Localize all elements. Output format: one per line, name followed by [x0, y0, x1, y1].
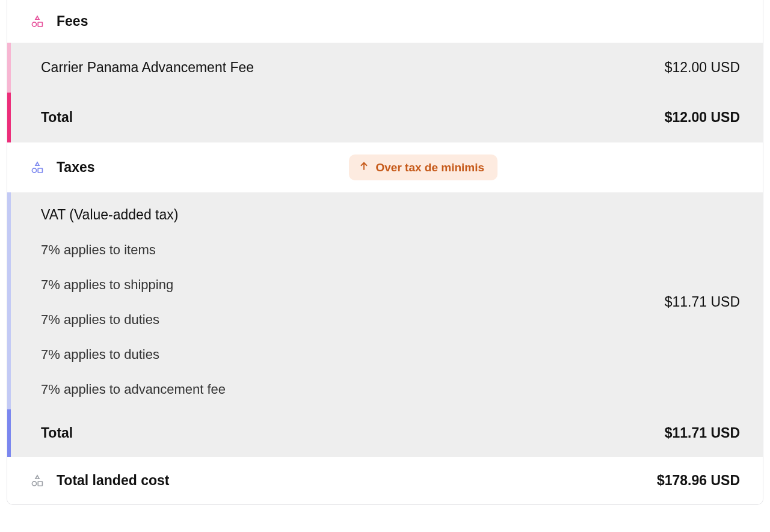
- vat-title: VAT (Value-added tax): [41, 207, 226, 223]
- fee-item-row: Carrier Panama Advancement Fee $12.00 US…: [7, 43, 763, 93]
- tax-line: 7% applies to shipping: [41, 277, 226, 293]
- svg-point-2: [32, 168, 36, 172]
- fees-section-header: Fees: [7, 0, 763, 43]
- landed-cost-amount: $178.96 USD: [657, 472, 740, 489]
- svg-rect-5: [38, 482, 42, 486]
- taxes-detail: VAT (Value-added tax) 7% applies to item…: [7, 192, 763, 409]
- fees-total-row: Total $12.00 USD: [7, 93, 763, 142]
- taxes-total-amount: $11.71 USD: [665, 425, 740, 441]
- svg-point-4: [32, 481, 36, 485]
- taxes-title: Taxes: [57, 159, 95, 176]
- svg-point-0: [32, 22, 36, 26]
- badge-text: Over tax de minimis: [375, 161, 484, 174]
- tax-line: 7% applies to advancement fee: [41, 382, 226, 397]
- taxes-amount: $11.71 USD: [665, 294, 740, 310]
- fees-total-amount: $12.00 USD: [665, 109, 740, 126]
- taxes-body: VAT (Value-added tax) 7% applies to item…: [7, 192, 763, 457]
- total-landed-cost-row: Total landed cost $178.96 USD: [7, 457, 763, 504]
- fees-total-label: Total: [41, 109, 73, 126]
- fees-body: Carrier Panama Advancement Fee $12.00 US…: [7, 43, 763, 142]
- taxes-lines: VAT (Value-added tax) 7% applies to item…: [41, 207, 226, 397]
- cost-breakdown-card: Fees Carrier Panama Advancement Fee $12.…: [7, 0, 763, 505]
- fees-title: Fees: [57, 13, 88, 29]
- fee-item-amount: $12.00 USD: [665, 60, 740, 76]
- tax-de-minimis-badge: Over tax de minimis: [349, 154, 497, 180]
- tax-line: 7% applies to duties: [41, 347, 226, 362]
- shapes-icon: [30, 474, 45, 488]
- svg-rect-3: [38, 168, 42, 173]
- tax-line: 7% applies to duties: [41, 312, 226, 328]
- shapes-icon: [30, 161, 45, 175]
- landed-cost-title: Total landed cost: [57, 472, 169, 489]
- shapes-icon: [30, 14, 45, 29]
- taxes-section-header: Taxes Over tax de minimis: [7, 142, 763, 192]
- fee-item-label: Carrier Panama Advancement Fee: [41, 60, 254, 76]
- taxes-total-row: Total $11.71 USD: [7, 409, 763, 457]
- arrow-up-icon: [359, 161, 369, 174]
- svg-rect-1: [38, 22, 42, 26]
- tax-line: 7% applies to items: [41, 242, 226, 258]
- taxes-total-label: Total: [41, 425, 73, 441]
